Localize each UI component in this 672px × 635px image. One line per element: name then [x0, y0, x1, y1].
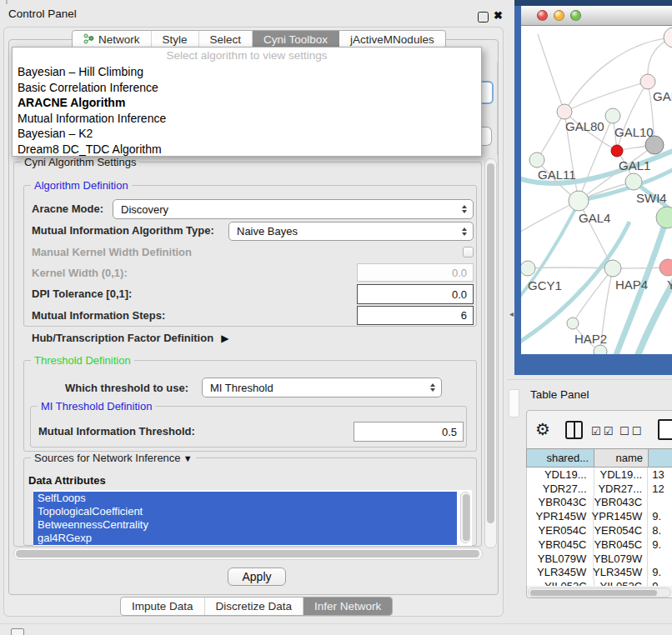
tab-jactivemnodules[interactable]: jActiveMNodules — [339, 31, 445, 48]
table-row[interactable]: YPR145WYPR145W9. — [527, 509, 672, 523]
splitter-collapse-icon[interactable] — [509, 309, 514, 318]
mi-threshold-field[interactable]: 0.5 — [354, 422, 464, 442]
table-row[interactable]: YER054CYER054C8. — [527, 523, 672, 538]
dpi-tolerance-field[interactable]: 0.0 — [357, 284, 474, 304]
tab-cyni-toolbox[interactable]: Cyni Toolbox — [253, 31, 339, 48]
algorithm-option[interactable]: Dream8 DC_TDC Algorithm — [13, 142, 481, 158]
zoom-traffic-icon[interactable] — [570, 10, 581, 21]
network-edge[interactable] — [617, 82, 648, 151]
column-header-cut[interactable] — [649, 448, 672, 468]
tab-discretize-data[interactable]: Discretize Data — [205, 598, 304, 615]
scrollbar-thumb[interactable] — [530, 590, 657, 596]
table-row[interactable]: YBL079WYBL079W — [527, 552, 672, 566]
network-edge[interactable] — [528, 268, 613, 268]
table-row[interactable]: YIL052CYIL052C9 — [527, 579, 672, 586]
network-canvas[interactable]: GALGAL80GAL10GAL1GAL11SWI4GAL4GCY1HAP4YH… — [521, 26, 672, 354]
attributes-scrollbar[interactable] — [460, 492, 470, 543]
close-traffic-icon[interactable] — [537, 10, 548, 21]
data-attributes-list[interactable]: SelfLoopsTopologicalCoefficientBetweenne… — [33, 490, 472, 546]
tab-select[interactable]: Select — [199, 31, 253, 48]
chevron-right-icon — [221, 332, 228, 344]
column-header-shared[interactable]: shared... — [526, 448, 594, 468]
tab-impute-data[interactable]: Impute Data — [121, 598, 205, 615]
scrollbar-thumb[interactable] — [16, 550, 479, 558]
splitter-handle[interactable] — [509, 389, 519, 418]
node-gal1-selected[interactable] — [611, 145, 623, 157]
mi-steps-field[interactable]: 6 — [357, 306, 474, 325]
node-label: HAP4 — [615, 278, 648, 292]
node-label: GAL80 — [565, 119, 604, 133]
attribute-item-selected[interactable]: SelfLoops — [33, 492, 457, 505]
tab-network[interactable]: Network — [73, 31, 152, 48]
node-green-right[interactable] — [656, 207, 672, 228]
node-hap2[interactable] — [567, 318, 579, 329]
minimize-traffic-icon[interactable] — [554, 10, 564, 21]
which-threshold-combo[interactable]: MI Threshold — [202, 378, 442, 398]
tab-label: Cyni Toolbox — [263, 33, 328, 46]
settings-vertical-scrollbar[interactable] — [484, 158, 497, 548]
kernel-width-field[interactable]: 0.0 — [357, 263, 474, 282]
node-salmon[interactable] — [659, 259, 672, 276]
algorithm-option[interactable]: Bayesian – K2 — [13, 126, 481, 142]
stepper-icon — [430, 383, 435, 392]
node-gal80[interactable] — [557, 104, 572, 119]
table-horizontal-scrollbar[interactable] — [528, 588, 671, 598]
attribute-item-selected[interactable]: TopologicalCoefficient — [33, 505, 457, 518]
aracne-mode-combo[interactable]: Discovery — [113, 199, 474, 219]
network-window-titlebar[interactable] — [521, 6, 672, 26]
network-edge[interactable] — [564, 82, 648, 112]
scrollbar-thumb[interactable] — [463, 494, 469, 541]
close-icon[interactable] — [494, 9, 503, 22]
table-row[interactable]: YDL19...YDL19...13 — [527, 468, 672, 482]
scrollbar-thumb[interactable] — [487, 163, 494, 523]
node-gcy1[interactable] — [521, 261, 535, 276]
network-edge[interactable] — [537, 112, 564, 160]
algorithm-option[interactable]: Bayesian – Hill Climbing — [13, 64, 481, 80]
algorithm-option[interactable]: Basic Correlation Inference — [13, 80, 481, 96]
sources-toggle[interactable]: Sources for Network Inference — [31, 452, 196, 464]
combo-value: MI Threshold — [210, 382, 273, 394]
document-icon[interactable] — [658, 419, 672, 440]
node-gal4[interactable] — [569, 191, 589, 211]
mi-type-combo[interactable]: Naive Bayes — [228, 222, 474, 241]
settings-horizontal-scrollbar[interactable] — [13, 548, 483, 560]
mi-steps-label: Mutual Information Steps: — [32, 309, 165, 322]
stepper-icon — [462, 228, 467, 236]
table-cell: YDR27... — [527, 482, 594, 496]
table-body: YDL19...YDL19...13YDR27...YDR27...12YBR0… — [526, 468, 672, 586]
float-window-icon[interactable] — [478, 12, 489, 22]
node-gal11[interactable] — [529, 152, 544, 168]
apply-button[interactable]: Apply — [228, 568, 286, 586]
inference-algorithm-combo-edge[interactable] — [482, 81, 494, 104]
attribute-item-selected[interactable]: gal4RGexp — [33, 532, 457, 545]
table-row[interactable]: YLR345WYLR345W9. — [527, 566, 672, 580]
algorithm-option[interactable]: ARACNE Algorithm — [13, 95, 481, 111]
table-row[interactable]: YBR043CYBR043C — [527, 496, 672, 510]
attribute-item-selected[interactable]: BetweennessCentrality — [33, 518, 457, 532]
unchecked-boxes-icon[interactable] — [619, 425, 644, 438]
table-row[interactable]: YDR27...YDR27...12 — [527, 482, 672, 496]
column-header-name[interactable]: name — [594, 448, 649, 468]
split-view-icon[interactable] — [565, 421, 583, 439]
tab-infer-network[interactable]: Infer Network — [303, 598, 392, 615]
node-hap4[interactable] — [604, 260, 621, 277]
hub-definition-toggle[interactable]: Hub/Transcription Factor Definition — [32, 332, 228, 344]
node-swi4[interactable] — [625, 173, 642, 190]
node-gal10[interactable] — [605, 108, 620, 123]
node-partial-top[interactable] — [664, 28, 672, 48]
node-bottom-cut[interactable] — [594, 345, 607, 354]
algorithm-option[interactable]: Mutual Information Inference — [13, 111, 481, 127]
table-row[interactable]: YBR045CYBR045C9. — [527, 538, 672, 552]
app-root: Control Panel Network Style Select — [0, 0, 672, 635]
node-label: GCY1 — [528, 278, 562, 292]
tab-style[interactable]: Style — [152, 31, 199, 48]
node-gal-cut[interactable] — [640, 74, 655, 89]
collapsed-panel-icon[interactable] — [11, 628, 24, 635]
group-title: Algorithm Definition — [31, 179, 132, 192]
network-edge[interactable] — [538, 34, 564, 112]
settings-gear-icon[interactable] — [535, 419, 550, 439]
checked-boxes-icon[interactable] — [591, 425, 615, 438]
manual-kernel-checkbox[interactable] — [463, 247, 474, 258]
table-cell: YLR345W — [594, 566, 648, 580]
field-value: 0.5 — [442, 426, 457, 438]
